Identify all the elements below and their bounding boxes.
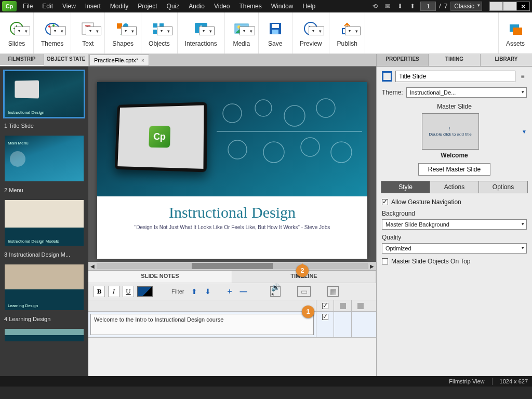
allow-gesture-checkbox[interactable] <box>382 199 388 205</box>
save-icon <box>266 19 285 38</box>
menu-edit[interactable]: Edit <box>38 1 57 12</box>
reset-master-slide-button[interactable]: Reset Master Slide <box>418 163 490 176</box>
svg-point-28 <box>223 104 242 123</box>
ribbon-themes[interactable]: ▾ Themes <box>34 12 71 54</box>
ribbon-media[interactable]: ▾ Media <box>225 12 259 54</box>
theme-dropdown[interactable]: Instructional_De... <box>406 87 527 98</box>
subtab-style[interactable]: Style <box>381 181 430 193</box>
master-on-top-checkbox[interactable] <box>382 258 388 264</box>
ribbon-slides[interactable]: ▾ Slides <box>0 12 34 54</box>
ribbon-assets[interactable]: Assets <box>498 12 532 54</box>
horizontal-scrollbar[interactable]: ◀ ▶ <box>88 262 376 270</box>
tab-slide-notes[interactable]: SLIDE NOTES <box>88 271 232 283</box>
status-view: Filmstrip View <box>449 378 484 384</box>
layout-icon[interactable]: ▦ <box>327 286 339 297</box>
add-note-icon[interactable]: ＋ <box>224 286 235 297</box>
canvas[interactable]: Cp Instructional Design "Design Is Not J… <box>88 66 376 262</box>
tab-timing[interactable]: TIMING <box>428 54 480 66</box>
objects-icon: ▾ <box>150 19 168 38</box>
scroll-handle[interactable] <box>192 263 273 269</box>
slide-hero-image: Cp <box>97 82 367 196</box>
menu-quiz[interactable]: Quiz <box>163 1 184 12</box>
cp-logo-icon: Cp <box>149 126 170 148</box>
download-icon[interactable]: ⬇ <box>395 2 405 11</box>
move-down-icon[interactable]: ⬇ <box>203 286 213 297</box>
menu-file[interactable]: File <box>19 1 37 12</box>
header-square-2 <box>357 303 364 309</box>
note-row[interactable]: Welcome to the Intro to Instructional De… <box>88 312 376 338</box>
ribbon-interactions[interactable]: ▾ Interactions <box>178 12 225 54</box>
page-total: 7 <box>444 3 448 10</box>
menu-project[interactable]: Project <box>134 1 161 12</box>
ribbon-publish[interactable]: ▾ Publish <box>329 12 365 54</box>
quality-dropdown[interactable]: Optimized <box>382 243 527 254</box>
mail-icon[interactable]: ✉ <box>383 2 392 11</box>
tab-filmstrip[interactable]: FILMSTRIP <box>0 54 44 66</box>
shapes-icon: ▾ <box>114 19 132 38</box>
slide[interactable]: Cp Instructional Design "Design Is Not J… <box>97 82 367 259</box>
filmstrip-thumb-1[interactable]: Instructional Design <box>3 70 85 118</box>
cc-icon[interactable]: ▭ <box>297 286 311 297</box>
note-checkbox-tts[interactable] <box>322 314 328 320</box>
slide-subtitle[interactable]: "Design Is Not Just What It Looks Like O… <box>97 224 367 230</box>
menu-window[interactable]: Window <box>267 1 298 12</box>
document-tab[interactable]: PracticeFile.cptx* × <box>89 55 149 66</box>
ribbon-shapes[interactable]: ▾ Shapes <box>105 12 141 54</box>
filter-label: Filter <box>171 288 184 295</box>
svg-rect-21 <box>272 24 279 28</box>
subtab-actions[interactable]: Actions <box>430 181 479 193</box>
ribbon-text[interactable]: T▾ Text <box>71 12 105 54</box>
master-slide-dropdown-icon[interactable]: ▼ <box>522 129 527 135</box>
slide-name-input[interactable] <box>395 71 515 82</box>
window-maximize[interactable]: ▢ <box>503 2 516 11</box>
sync-icon[interactable]: ⟲ <box>370 2 380 11</box>
note-text-input[interactable]: Welcome to the Intro to Instructional De… <box>90 314 314 335</box>
menu-help[interactable]: Help <box>298 1 320 12</box>
panel-menu-icon[interactable]: ≡ <box>518 73 527 80</box>
filmstrip-label-2: 2 Menu <box>3 185 85 198</box>
menu-view[interactable]: View <box>58 1 80 12</box>
scroll-right-icon[interactable]: ▶ <box>368 263 376 269</box>
italic-button[interactable]: I <box>108 286 119 297</box>
filmstrip-thumb-3[interactable]: Instructional Design Models <box>3 198 85 247</box>
filmstrip-thumb-2[interactable]: Main Menu <box>3 134 85 183</box>
background-dropdown[interactable]: Master Slide Background <box>382 219 527 230</box>
tab-object-state[interactable]: OBJECT STATE <box>44 54 88 66</box>
tab-row: FILMSTRIP OBJECT STATE PracticeFile.cptx… <box>0 54 532 66</box>
theme-label: Theme: <box>382 89 403 96</box>
bold-button[interactable]: B <box>94 286 105 297</box>
quality-label: Quality <box>382 234 527 241</box>
ribbon-preview[interactable]: ▾ Preview <box>292 12 330 54</box>
tab-properties[interactable]: PROPERTIES <box>376 54 428 66</box>
menu-video[interactable]: Video <box>210 1 234 12</box>
text-color-swatch[interactable] <box>137 286 153 297</box>
filmstrip-panel[interactable]: Instructional Design 1 Title Slide Main … <box>0 66 88 376</box>
ribbon-objects[interactable]: ▾ Objects <box>141 12 178 54</box>
remove-note-icon[interactable]: — <box>238 286 248 297</box>
close-icon[interactable]: × <box>141 58 144 63</box>
scroll-left-icon[interactable]: ◀ <box>88 263 97 269</box>
filmstrip-thumb-4[interactable]: Learning Design <box>3 263 85 312</box>
move-up-icon[interactable]: ⬆ <box>189 286 200 297</box>
workspace-dropdown[interactable]: Classic <box>450 2 482 11</box>
titlebar: Cp File Edit View Insert Modify Project … <box>0 0 532 12</box>
master-slide-thumbnail[interactable]: ⠇ Double click to add title <box>422 113 479 150</box>
menu-audio[interactable]: Audio <box>184 1 209 12</box>
tab-library[interactable]: LIBRARY <box>480 54 532 66</box>
menu-insert[interactable]: Insert <box>81 1 105 12</box>
menu-themes[interactable]: Themes <box>235 1 265 12</box>
page-current-input[interactable] <box>420 2 436 11</box>
upload-icon[interactable]: ⬆ <box>408 2 417 11</box>
tts-icon[interactable]: 🔊* <box>270 286 281 297</box>
slide-title[interactable]: Instructional Design <box>97 204 367 221</box>
assets-icon <box>506 19 525 38</box>
header-checkbox-tts[interactable] <box>322 303 328 309</box>
underline-button[interactable]: U <box>123 286 134 297</box>
ribbon-save[interactable]: Save <box>259 12 292 54</box>
subtab-options[interactable]: Options <box>479 181 527 193</box>
window-close[interactable]: ✕ <box>516 2 530 11</box>
filmstrip-label-4: 4 Learning Design <box>3 314 85 327</box>
window-minimize[interactable]: — <box>489 2 503 11</box>
filmstrip-thumb-5[interactable] <box>3 327 85 343</box>
menu-modify[interactable]: Modify <box>106 1 132 12</box>
